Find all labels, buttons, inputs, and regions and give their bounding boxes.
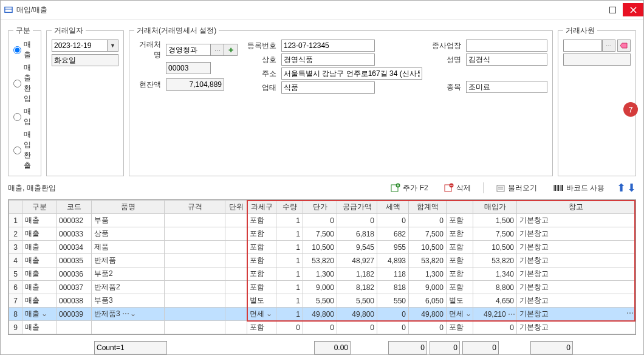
- count-display: [94, 341, 167, 354]
- add-row-button[interactable]: 추가 F2: [387, 182, 431, 195]
- delete-row-button[interactable]: 삭제: [440, 182, 474, 195]
- date-fieldset: 거래일자 ▼: [46, 26, 124, 176]
- biz-input[interactable]: [281, 81, 375, 94]
- salesman-fieldset: 거래사원 ⋯: [558, 26, 636, 176]
- salesman-clear-button[interactable]: [617, 40, 631, 52]
- total-supply: [388, 341, 427, 354]
- gubun-fieldset: 구분 매출 매출환입 매입 매입환출: [8, 26, 41, 176]
- gubun-radio-0[interactable]: 매출: [13, 40, 36, 60]
- salesman-lookup-button[interactable]: ⋯: [602, 40, 615, 52]
- total-qty: [314, 341, 351, 354]
- col-header[interactable]: 세액: [377, 201, 409, 214]
- main-grid[interactable]: 구분코드품명규격단위과세구수량단가공급가액세액합계액매입가창고 1매출00003…: [8, 199, 636, 335]
- col-header[interactable]: 공급가액: [337, 201, 377, 214]
- svg-rect-0: [5, 7, 12, 13]
- manager-input[interactable]: [466, 53, 547, 66]
- col-header[interactable]: 창고: [517, 201, 635, 214]
- maximize-button[interactable]: [602, 3, 623, 16]
- sub-input[interactable]: [466, 40, 547, 52]
- delete-icon: [444, 183, 454, 193]
- col-header[interactable]: 과세구: [247, 201, 276, 214]
- table-row[interactable]: 6매출000037반제품2포함19,0008,1828189,000포함8,80…: [9, 281, 635, 294]
- gubun-radio-1[interactable]: 매출환입: [13, 63, 36, 104]
- window-title: 매입/매출: [16, 5, 47, 15]
- table-row[interactable]: 1매출000032부품포함10000포함1,500기본창고: [9, 214, 635, 227]
- load-button[interactable]: 불러오기: [492, 182, 541, 195]
- barcode-icon: [553, 184, 564, 192]
- table-row[interactable]: 8매출 ⌄000039반제품3 ⋯ ⌄면세 ⌄149,80049,800049,…: [9, 308, 635, 321]
- regno-input[interactable]: [281, 40, 375, 52]
- titlebar: 매입/매출: [1, 1, 643, 19]
- table-row[interactable]: 3매출000034제품포함110,5009,54595510,500포함10,5…: [9, 241, 635, 254]
- col-header[interactable]: 단가: [303, 201, 337, 214]
- gubun-radio-2[interactable]: 매입: [13, 106, 36, 127]
- gubun-radio-3[interactable]: 매입환출: [13, 129, 36, 171]
- svg-rect-2: [609, 7, 615, 13]
- col-header[interactable]: 규격: [165, 201, 225, 214]
- add-icon: [391, 183, 400, 193]
- item-input[interactable]: [466, 81, 547, 93]
- partner-add-button[interactable]: ✚: [224, 44, 238, 56]
- salesman-display: [563, 53, 631, 66]
- company-input[interactable]: [281, 53, 375, 66]
- app-icon: [4, 5, 13, 14]
- svg-rect-12: [497, 185, 504, 191]
- date-input[interactable]: [52, 40, 108, 52]
- partner-fieldset: 거래처(거래명세서 설정) 거래처명 ⋯ ✚: [129, 26, 553, 176]
- grid-subtitle: 매출, 매출환입: [8, 183, 56, 193]
- partner-lookup-button[interactable]: ⋯: [211, 44, 224, 56]
- table-row[interactable]: 5매출000036부품2포함11,3001,1821181,300포함1,340…: [9, 267, 635, 281]
- total-total: [462, 341, 499, 354]
- move-down-button[interactable]: ⬇: [627, 181, 636, 195]
- barcode-button[interactable]: 바코드 사용: [549, 182, 608, 195]
- table-row[interactable]: 9매출포함00000포함0기본창고: [9, 321, 635, 334]
- date-dropdown-button[interactable]: ▼: [108, 40, 118, 52]
- table-row[interactable]: 2매출000033상품포함17,5006,8186827,500포함7,500기…: [9, 227, 635, 241]
- col-header[interactable]: 합계액: [409, 201, 447, 214]
- annotation-badge: 7: [623, 102, 638, 117]
- partner-name-input[interactable]: [166, 44, 211, 56]
- close-button[interactable]: [623, 3, 643, 16]
- table-row[interactable]: 4매출000035반제품포함153,82048,9274,89353,820포함…: [9, 254, 635, 267]
- total-buy: [530, 341, 573, 354]
- addr-input[interactable]: [281, 67, 422, 80]
- col-header[interactable]: 품명: [92, 201, 165, 214]
- load-icon: [496, 183, 505, 193]
- balance-display: [166, 78, 224, 91]
- col-header[interactable]: 수량: [276, 201, 303, 214]
- total-vat: [430, 341, 460, 354]
- table-row[interactable]: 7매출000038부품3별도15,5005,5005506,050별도4,650…: [9, 294, 635, 308]
- weekday-display: [52, 54, 118, 66]
- move-up-button[interactable]: ⬆: [617, 181, 626, 195]
- col-header[interactable]: 단위: [225, 201, 247, 214]
- col-header[interactable]: 코드: [57, 201, 92, 214]
- col-header[interactable]: [447, 201, 473, 214]
- salesman-input[interactable]: [563, 40, 602, 52]
- partner-code-display: [166, 62, 211, 74]
- col-header[interactable]: 구분: [22, 201, 57, 214]
- col-header[interactable]: 매입가: [473, 201, 517, 214]
